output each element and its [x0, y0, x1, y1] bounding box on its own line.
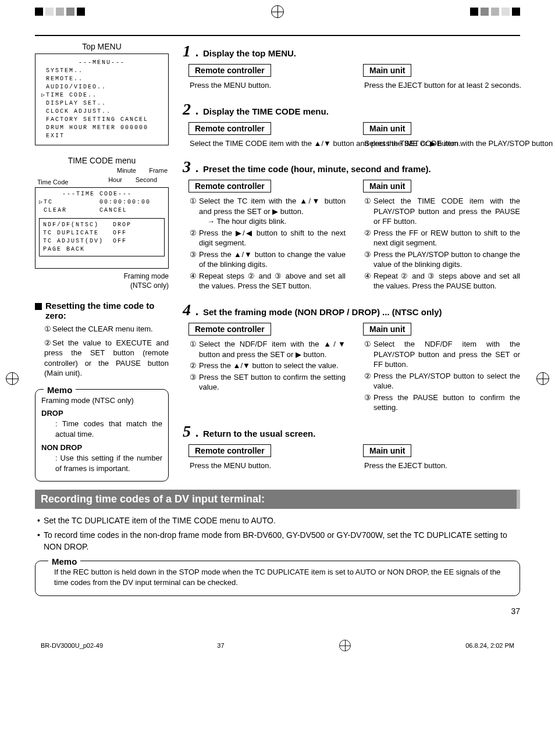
step-title: Display the TIME CODE menu.	[203, 106, 329, 116]
tc-menu-box: ---TIME CODE--- ▷TC 00:00:00:00 CLEAR CA…	[35, 187, 169, 269]
step-number: 1	[183, 42, 191, 60]
memo-box-left: Memo Framing mode (NTSC only) DROP : Tim…	[35, 389, 169, 482]
caption-line1: Framing mode	[35, 272, 169, 281]
page: Top MENU ---MENU--- SYSTEM.. REMOTE.. AU…	[0, 23, 555, 633]
memo-term-drop: DROP	[41, 408, 162, 419]
reset-item: ①Select the CLEAR menu item.	[44, 324, 169, 334]
label-second: Second	[136, 176, 157, 184]
memo-box-wide: Memo If the REC button is held down in t…	[35, 561, 520, 595]
reset-list: ①Select the CLEAR menu item.②Set the val…	[44, 324, 169, 379]
step: 3.Preset the time code (hour, minute, se…	[183, 158, 520, 293]
main-label: Main unit	[363, 180, 411, 192]
footer-left: BR-DV3000U_p02-49	[41, 642, 103, 649]
step: 2.Display the TIME CODE menu.Remote cont…	[183, 100, 520, 150]
reset-heading: Resetting the time code to zero:	[35, 301, 169, 320]
bullet-item: To record time codes in the non-drop fra…	[37, 529, 520, 553]
crosshair-icon	[339, 640, 351, 651]
instruction-item: ③Press the ▲/▼ button to change the valu…	[190, 249, 346, 270]
instruction-item: ③Press the SET button to confirm the set…	[190, 372, 346, 393]
section-bar: Recording time codes of a DV input termi…	[35, 490, 520, 509]
memo-label: Memo	[48, 555, 80, 568]
instruction-item: Press the MENU button.	[190, 461, 346, 471]
remote-col: Remote controllerPress the MENU button.	[183, 444, 346, 472]
step-title: Set the framing mode (NON DROP / DROP) .…	[203, 307, 442, 317]
step: 5.Return to the usual screen.Remote cont…	[183, 422, 520, 472]
remote-label: Remote controller	[188, 444, 271, 457]
remote-col: Remote controller①Select the TC item wit…	[183, 180, 346, 293]
memo-def-nondrop: : Use this setting if the number of fram…	[55, 453, 162, 474]
label-hour: Hour	[108, 176, 122, 184]
caption-line2: (NTSC only)	[35, 281, 169, 291]
remote-label: Remote controller	[188, 64, 271, 77]
instruction-item: Press the MENU button.	[190, 80, 346, 91]
instruction-item: Select the TIME CODE item with the ▲/▼ b…	[190, 138, 346, 149]
remote-label: Remote controller	[188, 323, 271, 336]
footer-right: 06.8.24, 2:02 PM	[465, 642, 514, 649]
memo-def-drop: : Time codes that match the actual time.	[55, 419, 162, 440]
memo-label: Memo	[44, 384, 76, 396]
step-number: 5	[183, 422, 191, 441]
footer: BR-DV3000U_p02-49 37 06.8.24, 2:02 PM	[0, 633, 555, 666]
step-title: Return to the usual screen.	[203, 429, 315, 438]
remote-col: Remote controllerPress the MENU button.	[183, 64, 346, 92]
left-column: Top MENU ---MENU--- SYSTEM.. REMOTE.. AU…	[35, 42, 169, 482]
main-label: Main unit	[363, 323, 411, 336]
instruction-item: ①Select the TIME CODE item with the PLAY…	[364, 196, 520, 227]
step: 4.Set the framing mode (NON DROP / DROP)…	[183, 301, 520, 414]
instruction-item: Press the EJECT button for at least 2 se…	[364, 80, 520, 91]
horizontal-rule	[35, 35, 520, 36]
top-menu-box: ---MENU--- SYSTEM.. REMOTE.. AUDIO/VIDEO…	[35, 54, 169, 145]
instruction-item: ①Select the NDF/DF item with the ▲/▼ but…	[190, 339, 346, 359]
bullet-item: Set the TC DUPLICATE item of the TIME CO…	[37, 515, 520, 526]
label-timecode: Time Code	[37, 178, 68, 186]
framing-caption: Framing mode (NTSC only)	[35, 272, 169, 290]
memo-term-nondrop: NON DROP	[41, 443, 162, 453]
tc-labels: Time Code Minute Frame Hour Second	[35, 167, 169, 187]
remote-col: Remote controller①Select the NDF/DF item…	[183, 323, 346, 414]
top-menu-title: Top MENU	[35, 42, 169, 51]
instruction-item: ②Press the FF or REW button to shift to …	[364, 228, 520, 248]
page-number: 37	[35, 607, 520, 616]
step-title: Display the top MENU.	[203, 48, 296, 58]
crosshair-icon	[271, 5, 284, 18]
instruction-item: ④Repeat steps ② and ③ above and set all …	[190, 271, 346, 291]
main-label: Main unit	[363, 64, 411, 77]
label-frame: Frame	[149, 166, 168, 174]
step-number: 2	[183, 100, 191, 119]
instruction-item: ①Select the TC item with the ▲/▼ button …	[190, 196, 346, 227]
instruction-item: ①Select the NDF/DF item with the PLAY/ST…	[364, 339, 520, 370]
step-number: 4	[183, 301, 191, 319]
step-title: Preset the time code (hour, minute, seco…	[203, 164, 431, 174]
step-number: 3	[183, 158, 191, 176]
instruction-item: ④Repeat ② and ③ steps above and set all …	[364, 271, 520, 291]
step: 1.Display the top MENU.Remote controller…	[183, 42, 520, 92]
instruction-item: ③Press the PLAY/STOP button to change th…	[364, 249, 520, 270]
main-col: Main unitPress the EJECT button for at l…	[357, 64, 520, 92]
remote-label: Remote controller	[188, 180, 271, 192]
label-minute: Minute	[117, 166, 136, 174]
main-col: Main unit①Select the TIME CODE item with…	[357, 180, 520, 293]
instruction-item: Select the TIME CODE item with the PLAY/…	[364, 138, 520, 149]
footer-mid: 37	[217, 642, 224, 649]
memo-line: Framing mode (NTSC only)	[41, 395, 162, 406]
main-col: Main unitPress the EJECT button.	[357, 444, 520, 472]
main-label: Main unit	[363, 444, 411, 457]
section-bullets: Set the TC DUPLICATE item of the TIME CO…	[37, 515, 520, 552]
memo-wide-text: If the REC button is held down in the ST…	[54, 567, 511, 588]
tc-menu-title: TIME CODE menu	[35, 156, 169, 165]
instruction-item: ③Press the PAUSE button to confirm the s…	[364, 393, 520, 413]
instruction-item: Press the EJECT button.	[364, 461, 520, 471]
remote-label: Remote controller	[188, 122, 271, 135]
instruction-item: ②Press the PLAY/STOP button to select th…	[364, 371, 520, 391]
instruction-item: ②Press the ▲/▼ button to select the valu…	[190, 361, 346, 371]
reset-item: ②Set the value to EXECUTE and press the …	[44, 338, 169, 379]
main-label: Main unit	[363, 122, 411, 135]
instruction-item: ②Press the ▶/◀ button to shift to the ne…	[190, 228, 346, 248]
main-col: Main unitSelect the TIME CODE item with …	[357, 122, 520, 150]
reset-heading-text: Resetting the time code to zero:	[45, 301, 169, 320]
crop-marks	[0, 0, 555, 23]
square-bullet-icon	[35, 303, 42, 310]
remote-col: Remote controllerSelect the TIME CODE it…	[183, 122, 346, 150]
right-column: 1.Display the top MENU.Remote controller…	[183, 42, 520, 482]
main-col: Main unit①Select the NDF/DF item with th…	[357, 323, 520, 414]
